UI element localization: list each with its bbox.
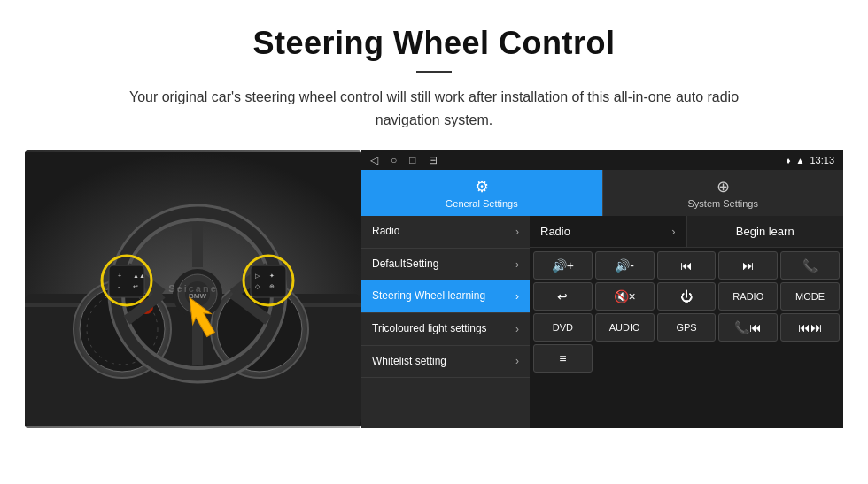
svg-text:⊕: ⊕ [269,283,275,289]
next-track-icon: ⏭ [742,258,755,273]
page-title: Steering Wheel Control [18,25,850,62]
svg-text:▲▲: ▲▲ [133,273,145,279]
home-nav-icon[interactable]: ○ [391,154,397,166]
back-nav-icon[interactable]: ◁ [370,154,378,166]
mute-icon: 🔇× [614,289,636,303]
hang-up-icon: ↩ [557,289,568,303]
system-settings-icon: ⊕ [717,177,730,196]
media-nav-icon[interactable]: ⊟ [429,154,438,166]
android-status-bar: ◁ ○ □ ⊟ ♦ ▲ 13:13 [361,150,843,170]
prev-track-button[interactable]: ⏮ [657,251,717,280]
skip-button[interactable]: ⏮⏭ [780,313,840,342]
power-button[interactable]: ⏻ [657,282,717,311]
controls-panel: Radio › Begin learn 🔊+ � [530,216,843,428]
vol-up-button[interactable]: 🔊+ [533,251,593,280]
tab-general-settings[interactable]: ⚙ General Settings [361,170,602,216]
list-button[interactable]: ≡ [533,344,593,373]
page-subtitle: Your original car's steering wheel contr… [97,86,771,131]
radio-button[interactable]: RADIO [718,282,778,311]
radio-chevron-icon: › [671,225,675,238]
gps-btn-label: GPS [676,322,696,333]
car-image-container: BMW + - ▲▲ ↩ ▷ ◇ ✦ ⊕ [25,150,361,428]
status-time: 13:13 [810,155,834,165]
chevron-right-icon-4: › [515,323,519,335]
svg-text:✦: ✦ [269,273,275,279]
skip-icon: ⏮⏭ [798,320,823,334]
settings-menu: Radio › DefaultSetting › Steering Wheel … [361,216,530,428]
menu-item-default-setting[interactable]: DefaultSetting › [361,249,530,281]
chevron-right-icon-3: › [515,290,519,303]
menu-item-tricoloured-label: Tricoloured light settings [372,322,515,336]
title-divider [416,71,452,73]
menu-item-tricoloured[interactable]: Tricoloured light settings › [361,313,530,346]
radio-label-item: Radio › [530,216,687,247]
control-buttons-grid: 🔊+ 🔊- ⏮ ⏭ 📞 [530,248,843,376]
menu-item-steering-label: Steering Wheel learning [372,289,515,303]
head-unit: ◁ ○ □ ⊟ ♦ ▲ 13:13 ⚙ General Settings ⊕ S… [361,150,843,428]
audio-button[interactable]: AUDIO [595,313,655,342]
vol-down-icon: 🔊- [615,258,634,273]
tab-general-label: General Settings [446,198,518,209]
svg-text:Seicane: Seicane [168,283,218,294]
wifi-icon: ▲ [796,156,805,165]
list-icon: ≡ [559,351,566,365]
dvd-btn-label: DVD [553,322,573,333]
audio-btn-label: AUDIO [609,322,640,333]
tab-system-label: System Settings [688,198,758,209]
hang-up-button[interactable]: ↩ [533,282,593,311]
mute-button[interactable]: 🔇× [595,282,655,311]
settings-tabs: ⚙ General Settings ⊕ System Settings [361,170,843,216]
chevron-right-icon-2: › [515,258,519,271]
radio-btn-label: RADIO [732,291,763,302]
menu-item-default-label: DefaultSetting [372,257,515,272]
power-icon: ⏻ [680,289,693,303]
svg-rect-30 [251,265,286,297]
menu-item-whitelist[interactable]: Whitelist setting › [361,346,530,379]
call-prev-button[interactable]: 📞⏮ [718,313,778,342]
begin-learn-label: Begin learn [736,225,794,238]
menu-item-whitelist-label: Whitelist setting [372,355,515,369]
prev-track-icon: ⏮ [680,258,693,273]
general-settings-icon: ⚙ [475,177,489,196]
dvd-button[interactable]: DVD [533,313,593,342]
recents-nav-icon[interactable]: □ [409,154,415,166]
mode-button[interactable]: MODE [780,282,840,311]
mode-btn-label: MODE [795,291,825,302]
vol-down-button[interactable]: 🔊- [595,251,655,280]
svg-text:↩: ↩ [133,283,138,289]
chevron-right-icon: › [515,226,519,238]
next-track-button[interactable]: ⏭ [718,251,778,280]
vol-up-icon: 🔊+ [552,258,574,273]
svg-rect-24 [109,265,144,297]
begin-learn-button[interactable]: Begin learn [687,216,844,247]
menu-item-steering-wheel[interactable]: Steering Wheel learning › [361,280,530,313]
phone-button[interactable]: 📞 [780,251,840,280]
chevron-right-icon-5: › [515,355,519,367]
page-header: Steering Wheel Control Your original car… [0,0,868,142]
menu-item-radio[interactable]: Radio › [361,216,530,249]
call-prev-icon: 📞⏮ [734,320,762,334]
gps-icon: ♦ [786,156,790,165]
phone-icon: 📞 [802,258,818,273]
svg-text:+: + [118,273,121,279]
radio-label: Radio [540,225,570,238]
tab-system-settings[interactable]: ⊕ System Settings [602,170,844,216]
gps-button[interactable]: GPS [657,313,717,342]
menu-item-radio-label: Radio [372,225,515,239]
